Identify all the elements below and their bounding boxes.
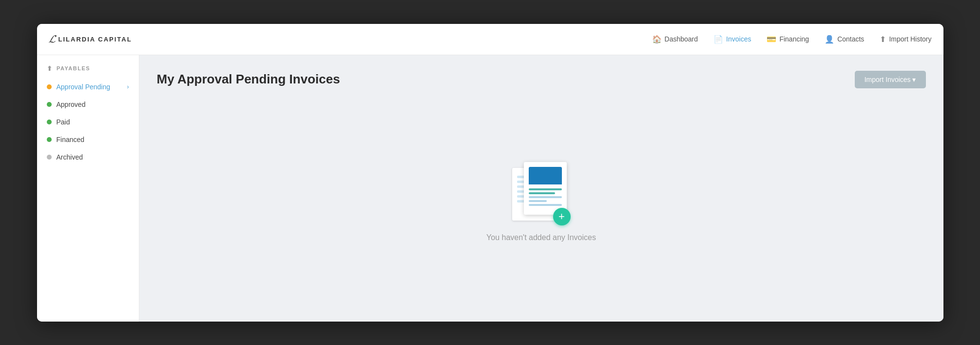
empty-state-text: You haven't added any Invoices bbox=[486, 233, 596, 242]
nav-label-import-history: Import History bbox=[889, 35, 931, 43]
contacts-icon: 👤 bbox=[825, 35, 834, 44]
dot-approved bbox=[47, 102, 52, 107]
main-header: My Approval Pending Invoices Import Invo… bbox=[157, 71, 926, 88]
doc-front-line bbox=[529, 196, 562, 198]
doc-front-line bbox=[529, 200, 547, 202]
import-icon: ⬆ bbox=[880, 35, 886, 44]
sidebar-item-approval-pending[interactable]: Approval Pending › bbox=[37, 78, 139, 96]
empty-state: + You haven't added any Invoices bbox=[157, 98, 926, 306]
dot-paid bbox=[47, 120, 52, 124]
chevron-right-icon: › bbox=[127, 83, 129, 90]
upload-icon: ⬆ bbox=[47, 65, 53, 72]
app-window: 𝓛 LILARDIA CAPITAL 🏠 Dashboard 📄 Invoice… bbox=[37, 24, 943, 322]
nav-items: 🏠 Dashboard 📄 Invoices 💳 Financing 👤 Con… bbox=[652, 35, 932, 44]
sidebar-item-financed[interactable]: Financed bbox=[37, 131, 139, 148]
financing-icon: 💳 bbox=[767, 35, 776, 44]
logo-text: LILARDIA CAPITAL bbox=[58, 36, 132, 43]
nav-label-contacts: Contacts bbox=[837, 35, 864, 43]
sidebar-item-approved[interactable]: Approved bbox=[37, 96, 139, 113]
doc-front bbox=[524, 162, 567, 215]
sidebar-item-archived[interactable]: Archived bbox=[37, 148, 139, 166]
doc-front-line bbox=[529, 188, 562, 190]
top-nav: 𝓛 LILARDIA CAPITAL 🏠 Dashboard 📄 Invoice… bbox=[37, 24, 943, 55]
dot-financed bbox=[47, 137, 52, 142]
sidebar-section-title: ⬆ PAYABLES bbox=[37, 65, 139, 78]
nav-label-financing: Financing bbox=[779, 35, 809, 43]
import-invoices-button[interactable]: Import Invoices ▾ bbox=[855, 71, 926, 88]
nav-item-financing[interactable]: 💳 Financing bbox=[767, 35, 809, 44]
invoices-icon: 📄 bbox=[713, 35, 723, 44]
nav-item-dashboard[interactable]: 🏠 Dashboard bbox=[652, 35, 698, 44]
nav-label-dashboard: Dashboard bbox=[665, 35, 698, 43]
doc-front-header bbox=[529, 167, 562, 184]
logo-area: 𝓛 LILARDIA CAPITAL bbox=[49, 33, 652, 45]
dot-approval-pending bbox=[47, 84, 52, 89]
sidebar-label-financed: Financed bbox=[57, 136, 85, 143]
add-invoice-icon[interactable]: + bbox=[553, 208, 571, 225]
doc-front-lines bbox=[524, 184, 567, 210]
page-title: My Approval Pending Invoices bbox=[157, 72, 340, 87]
sidebar-label-approval-pending: Approval Pending bbox=[57, 83, 111, 91]
sidebar-item-paid[interactable]: Paid bbox=[37, 113, 139, 131]
logo-icon: 𝓛 bbox=[49, 33, 55, 45]
invoice-illustration: + bbox=[512, 162, 571, 225]
doc-front-line bbox=[529, 192, 555, 194]
sidebar: ⬆ PAYABLES Approval Pending › Approved P… bbox=[37, 55, 139, 322]
sidebar-label-paid: Paid bbox=[57, 118, 70, 126]
sidebar-section-label: PAYABLES bbox=[57, 65, 90, 71]
body-area: ⬆ PAYABLES Approval Pending › Approved P… bbox=[37, 55, 943, 322]
sidebar-label-approved: Approved bbox=[57, 101, 86, 108]
home-icon: 🏠 bbox=[652, 35, 662, 44]
nav-item-contacts[interactable]: 👤 Contacts bbox=[825, 35, 864, 44]
nav-item-invoices[interactable]: 📄 Invoices bbox=[713, 35, 751, 44]
doc-front-line bbox=[529, 204, 562, 206]
sidebar-label-archived: Archived bbox=[57, 153, 83, 161]
nav-label-invoices: Invoices bbox=[726, 35, 751, 43]
nav-item-import-history[interactable]: ⬆ Import History bbox=[880, 35, 931, 44]
main-content: My Approval Pending Invoices Import Invo… bbox=[139, 55, 943, 322]
dot-archived bbox=[47, 155, 52, 160]
